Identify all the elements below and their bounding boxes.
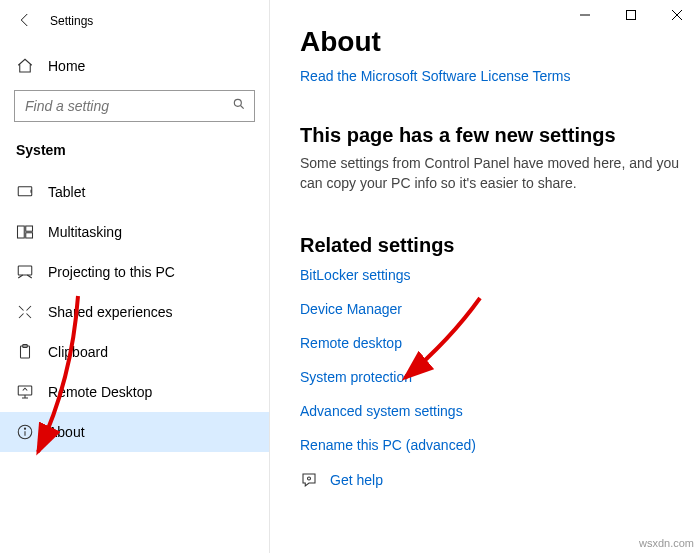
new-settings-body: Some settings from Control Panel have mo… xyxy=(300,153,682,194)
shared-icon xyxy=(16,303,34,321)
sidebar: Settings Home System Tablet xyxy=(0,0,270,553)
window-title: Settings xyxy=(50,14,93,28)
watermark: wsxdn.com xyxy=(639,537,694,549)
svg-rect-15 xyxy=(627,11,636,20)
help-label: Get help xyxy=(330,472,383,488)
home-icon xyxy=(16,57,34,75)
link-rename-pc[interactable]: Rename this PC (advanced) xyxy=(300,437,682,453)
home-label: Home xyxy=(48,58,85,74)
minimize-button[interactable] xyxy=(562,0,608,30)
svg-rect-2 xyxy=(18,187,32,196)
link-bitlocker[interactable]: BitLocker settings xyxy=(300,267,682,283)
nav-label: Projecting to this PC xyxy=(48,264,175,280)
projecting-icon xyxy=(16,263,34,281)
clipboard-icon xyxy=(16,343,34,361)
nav-tablet[interactable]: Tablet xyxy=(0,172,269,212)
help-icon xyxy=(300,471,318,489)
nav-label: About xyxy=(48,424,85,440)
svg-point-0 xyxy=(234,99,241,106)
info-icon xyxy=(16,423,34,441)
nav-label: Multitasking xyxy=(48,224,122,240)
svg-rect-5 xyxy=(26,226,33,231)
svg-line-1 xyxy=(241,106,244,109)
nav-label: Tablet xyxy=(48,184,85,200)
nav-clipboard[interactable]: Clipboard xyxy=(0,332,269,372)
related-settings-header: Related settings xyxy=(300,234,682,257)
link-system-protection[interactable]: System protection xyxy=(300,369,682,385)
back-arrow-icon[interactable] xyxy=(16,11,34,32)
get-help[interactable]: Get help xyxy=(300,471,682,489)
nav-shared-experiences[interactable]: Shared experiences xyxy=(0,292,269,332)
svg-point-18 xyxy=(308,477,311,480)
multitasking-icon xyxy=(16,223,34,241)
svg-point-13 xyxy=(24,428,25,429)
svg-rect-10 xyxy=(18,386,32,395)
content-pane: About Read the Microsoft Software Licens… xyxy=(270,0,700,553)
license-link[interactable]: Read the Microsoft Software License Term… xyxy=(300,68,682,84)
nav-label: Clipboard xyxy=(48,344,108,360)
link-device-manager[interactable]: Device Manager xyxy=(300,301,682,317)
titlebar: Settings xyxy=(0,0,269,42)
nav-label: Shared experiences xyxy=(48,304,173,320)
link-remote-desktop[interactable]: Remote desktop xyxy=(300,335,682,351)
nav-about[interactable]: About xyxy=(0,412,269,452)
link-advanced-system[interactable]: Advanced system settings xyxy=(300,403,682,419)
maximize-button[interactable] xyxy=(608,0,654,30)
search-input[interactable] xyxy=(23,97,232,115)
nav-multitasking[interactable]: Multitasking xyxy=(0,212,269,252)
nav-label: Remote Desktop xyxy=(48,384,152,400)
window-controls xyxy=(562,0,700,30)
page-title: About xyxy=(300,26,682,58)
new-settings-header: This page has a few new settings xyxy=(300,124,682,147)
nav-list: Tablet Multitasking Projecting to this P… xyxy=(0,172,269,553)
tablet-icon xyxy=(16,183,34,201)
nav-remote-desktop[interactable]: Remote Desktop xyxy=(0,372,269,412)
search-box[interactable] xyxy=(14,90,255,122)
svg-rect-4 xyxy=(18,226,25,238)
search-icon xyxy=(232,97,246,115)
section-header: System xyxy=(0,132,269,172)
nav-projecting[interactable]: Projecting to this PC xyxy=(0,252,269,292)
svg-rect-6 xyxy=(26,233,33,238)
close-button[interactable] xyxy=(654,0,700,30)
remote-desktop-icon xyxy=(16,383,34,401)
home-button[interactable]: Home xyxy=(0,46,269,86)
svg-rect-7 xyxy=(18,266,32,275)
